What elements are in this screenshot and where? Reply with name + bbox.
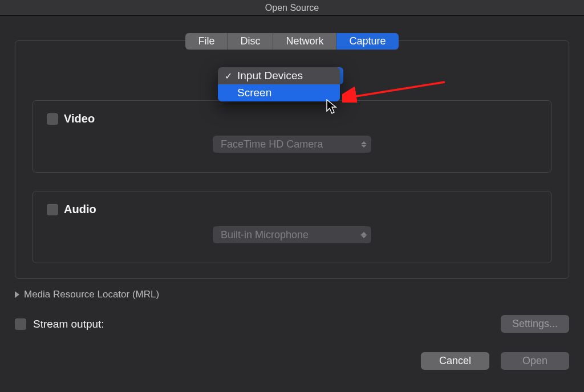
stream-output-label: Stream output: [33,318,104,330]
video-device-dropdown[interactable]: FaceTime HD Camera [213,136,371,153]
video-label: Video [64,112,95,125]
menu-item-label: Input Devices [237,70,333,82]
audio-checkbox[interactable] [47,204,58,215]
capture-mode-item-input-devices[interactable]: ✓ Input Devices [218,67,340,84]
stream-output-row: Stream output: Settings... [15,315,569,333]
mrl-disclosure[interactable]: Media Resource Locator (MRL) [15,289,569,300]
stream-output-left: Stream output: [15,318,104,330]
tab-file[interactable]: File [185,33,228,50]
audio-device-dropdown[interactable]: Built-in Microphone [213,226,371,243]
audio-header: Audio [47,203,537,216]
window-titlebar: Open Source [0,0,584,16]
cancel-button[interactable]: Cancel [421,352,489,370]
video-header: Video [47,112,537,125]
audio-device-value: Built-in Microphone [221,229,309,241]
tab-capture[interactable]: Capture [336,33,398,50]
settings-button[interactable]: Settings... [501,315,569,333]
open-button[interactable]: Open [501,352,569,370]
tab-disc[interactable]: Disc [228,33,273,50]
source-tabbar: File Disc Network Capture [15,33,569,50]
updown-icon [361,232,367,238]
dialog-buttons: Cancel Open [15,352,569,370]
disclosure-triangle-icon [15,291,19,298]
checkmark-icon: ✓ [224,71,233,81]
segmented-control: File Disc Network Capture [185,33,398,50]
video-checkbox[interactable] [47,113,58,125]
mrl-label: Media Resource Locator (MRL) [24,289,159,300]
window-title: Open Source [265,3,319,13]
tab-network[interactable]: Network [273,33,336,50]
capture-mode-popup: ✓ Input Devices Screen [218,67,340,101]
stream-output-checkbox[interactable] [15,318,26,330]
updown-icon [361,141,367,148]
audio-label: Audio [64,203,96,216]
audio-group: Audio Built-in Microphone [33,191,551,263]
menu-item-label: Screen [237,87,333,99]
capture-mode-item-screen[interactable]: Screen [218,84,340,101]
video-group: Video FaceTime HD Camera [33,100,551,173]
video-device-value: FaceTime HD Camera [221,138,323,150]
